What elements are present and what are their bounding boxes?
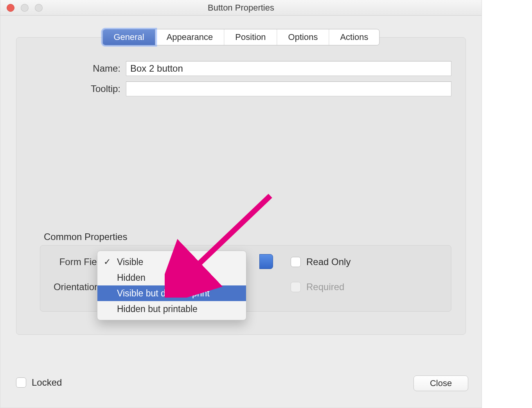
tab-position[interactable]: Position [224, 29, 277, 45]
tab-appearance[interactable]: Appearance [156, 29, 225, 45]
tab-actions[interactable]: Actions [329, 29, 379, 45]
button-properties-window: Button Properties General Appearance Pos… [0, 0, 482, 408]
orientation-row: Orientation: [43, 282, 106, 292]
name-input[interactable] [126, 61, 451, 76]
close-button[interactable]: Close [413, 376, 468, 391]
locked-label: Locked [32, 377, 62, 388]
form-field-option-hidden[interactable]: Hidden [97, 270, 246, 285]
form-field-option-hidden-printable[interactable]: Hidden but printable [97, 301, 246, 317]
tooltip-row: Tooltip: [63, 81, 451, 96]
option-label: Visible but doesn't print [117, 288, 210, 299]
tooltip-input[interactable] [126, 81, 451, 96]
common-properties-label: Common Properties [44, 231, 127, 242]
locked-checkbox[interactable] [16, 377, 26, 388]
required-checkbox [291, 282, 301, 292]
required-row: Required [291, 282, 344, 292]
read-only-checkbox[interactable] [291, 257, 301, 267]
form-field-option-visible-no-print[interactable]: Visible but doesn't print [97, 285, 246, 301]
name-label: Name: [63, 63, 126, 74]
locked-row: Locked [16, 377, 62, 388]
option-label: Hidden but printable [117, 304, 198, 314]
orientation-label: Orientation: [43, 282, 106, 292]
option-label: Hidden [117, 273, 146, 283]
form-field-popup: ✓ Visible Hidden Visible but doesn't pri… [97, 251, 246, 320]
tab-general[interactable]: General [102, 29, 155, 45]
option-label: Visible [117, 257, 143, 267]
checkmark-icon: ✓ [104, 257, 111, 267]
read-only-label: Read Only [306, 256, 350, 267]
tooltip-label: Tooltip: [63, 83, 126, 94]
tab-options[interactable]: Options [277, 29, 329, 45]
form-field-dropdown-button[interactable] [259, 254, 273, 269]
read-only-row: Read Only [291, 256, 350, 267]
tab-bar: General Appearance Position Options Acti… [102, 29, 379, 45]
titlebar: Button Properties [0, 0, 482, 16]
required-label: Required [306, 282, 344, 292]
window-title: Button Properties [0, 3, 482, 13]
form-field-option-visible[interactable]: ✓ Visible [97, 254, 246, 270]
name-row: Name: [63, 61, 451, 76]
